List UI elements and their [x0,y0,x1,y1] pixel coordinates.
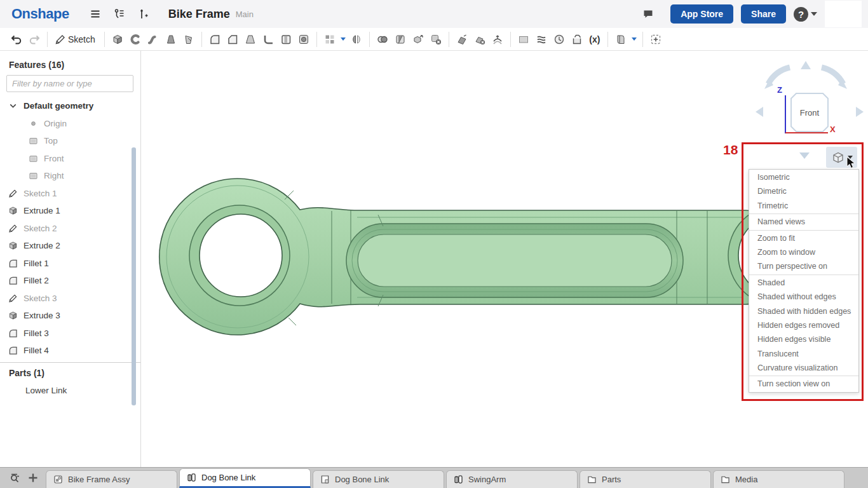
divider [510,32,511,47]
draft-icon[interactable] [241,30,259,48]
tree-item-origin[interactable]: Origin [0,115,140,133]
tab-dog-bone-link-drawing[interactable]: Dog Bone Link [313,470,444,488]
divider [316,32,317,47]
sweep-icon[interactable] [144,30,162,48]
divider [47,32,48,47]
delete-part-icon[interactable] [427,30,445,48]
menu-item-hidden-edges-removed[interactable]: Hidden edges removed [749,318,858,332]
feature-list-scrollbar[interactable] [132,147,136,405]
boolean-icon[interactable] [374,30,391,48]
revolve-icon[interactable] [126,30,144,48]
tree-item-fillet-4[interactable]: Fillet 4 [0,342,140,360]
feature-toolbar: Sketch (x) [0,28,868,51]
hole-icon[interactable] [295,30,313,48]
onshape-logo[interactable]: Onshape [11,6,69,22]
tree-item-sketch-2[interactable]: Sketch 2 [0,220,140,238]
add-tab-icon[interactable] [24,470,42,486]
tree-item-sketch-1[interactable]: Sketch 1 [0,185,140,203]
loft-icon[interactable] [162,30,180,48]
tab-parts-folder[interactable]: Parts [580,470,711,488]
helix-icon[interactable] [532,30,550,48]
transform-icon[interactable] [409,30,427,48]
tree-item-sketch-3[interactable]: Sketch 3 [0,290,140,308]
rollback-icon[interactable] [550,30,568,48]
menu-item-zoom-to-fit[interactable]: Zoom to fit [749,231,858,245]
menu-item-shaded-with-hidden-edges[interactable]: Shaded with hidden edges [749,304,858,318]
extrude-icon[interactable] [109,30,126,48]
tree-item-fillet-1[interactable]: Fillet 1 [0,255,140,273]
part-item-lower-link[interactable]: Lower Link [0,382,140,399]
fillet-icon [8,345,18,356]
tree-item-front[interactable]: Front [0,150,140,168]
menu-item-isometric[interactable]: Isometric [749,170,858,184]
thicken-icon[interactable] [180,30,198,48]
tree-item-fillet-2[interactable]: Fillet 2 [0,272,140,290]
share-button[interactable]: Share [741,4,786,24]
tree-item-extrude-2[interactable]: Extrude 2 [0,237,140,255]
view-tools-caret-icon[interactable] [799,152,810,159]
plane-icon[interactable] [515,30,532,48]
app-store-button[interactable]: App Store [670,4,733,24]
view-orientation-button[interactable] [826,147,857,168]
redo-icon[interactable] [25,30,43,48]
feature-filter-input[interactable] [6,75,133,92]
menu-divider [749,230,858,231]
insert-icon[interactable] [647,30,665,48]
menu-item-hidden-edges-visible[interactable]: Hidden edges visible [749,332,858,346]
search-tabs-icon[interactable] [6,470,24,486]
menu-item-shaded-without-edges[interactable]: Shaded without edges [749,290,858,304]
rotate-left-arrow [756,107,763,117]
split-icon[interactable] [391,30,409,48]
linear-pattern-icon[interactable] [321,30,339,48]
tree-item-extrude-1[interactable]: Extrude 1 [0,202,140,220]
variable-icon[interactable]: (x) [586,30,604,48]
menu-item-turn-perspective-on[interactable]: Turn perspective on [749,259,858,273]
menu-item-named-views[interactable]: Named views [749,215,858,229]
offset-surface-icon[interactable] [489,30,506,48]
sketch-button[interactable]: Sketch [51,30,100,48]
menu-item-dimetric[interactable]: Dimetric [749,184,858,198]
tab-media-folder[interactable]: Media [713,470,844,488]
custom-feature-dropdown-caret[interactable] [632,37,637,41]
graphics-canvas[interactable]: Front Z X 18 Isometric Dimetric Trimetri… [141,51,868,467]
sketch-label: Sketch [68,34,95,44]
undo-icon[interactable] [8,30,25,48]
export-icon[interactable] [568,30,586,48]
tab-dog-bone-link-part-studio[interactable]: Dog Bone Link [179,468,311,488]
custom-feature-icon[interactable] [612,30,630,48]
onshape-app: Onshape Bike Frame Main App Store Share … [0,0,868,488]
mirror-icon[interactable] [348,30,365,48]
shell-icon[interactable] [277,30,295,48]
menu-item-curvature-visualization[interactable]: Curvature visualization [749,361,858,375]
help-icon: ? [794,7,808,22]
tutorial-step-number: 18 [723,142,738,158]
replace-face-icon[interactable] [471,30,489,48]
view-orientation-menu: Isometric Dimetric Trimetric Named views… [749,169,859,393]
menu-item-trimetric[interactable]: Trimetric [749,199,858,213]
branch-icon[interactable] [134,4,153,24]
tree-item-default-geometry[interactable]: Default geometry [0,97,140,115]
view-cube-front-label[interactable]: Front [791,93,828,132]
move-face-icon[interactable] [453,30,471,48]
tab-bike-frame-assy[interactable]: Bike Frame Assy [46,470,177,488]
view-cube[interactable]: Front Z X [753,56,867,142]
main-menu-icon[interactable] [86,4,105,24]
tree-item-right[interactable]: Right [0,167,140,185]
menu-item-zoom-to-window[interactable]: Zoom to window [749,245,858,259]
chamfer-icon[interactable] [224,30,241,48]
tree-item-top[interactable]: Top [0,132,140,150]
fillet-icon[interactable] [206,30,224,48]
versions-history-icon[interactable] [110,4,129,24]
pattern-dropdown-caret[interactable] [341,37,346,41]
menu-item-turn-section-view-on[interactable]: Turn section view on [749,377,858,391]
rib-icon[interactable] [259,30,277,48]
extrude-icon [8,310,18,321]
user-avatar[interactable] [825,1,862,27]
tree-item-fillet-3[interactable]: Fillet 3 [0,325,140,342]
tab-swingarm[interactable]: SwingArm [446,470,578,488]
comments-icon[interactable] [639,4,658,24]
menu-item-translucent[interactable]: Translucent [749,347,858,361]
help-menu-button[interactable]: ? [794,7,817,22]
menu-item-shaded[interactable]: Shaded [749,276,858,290]
tree-item-extrude-3[interactable]: Extrude 3 [0,307,140,325]
